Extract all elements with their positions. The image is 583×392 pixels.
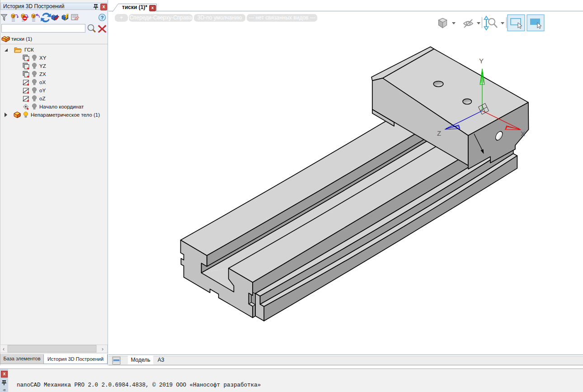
svg-text:›: ›	[102, 346, 103, 352]
svg-text:а: а	[2, 389, 6, 391]
svg-text:‹: ‹	[3, 346, 5, 352]
svg-text:X: X	[521, 130, 525, 137]
svg-text:Z: Z	[437, 129, 441, 137]
svg-text:Y: Y	[479, 57, 484, 65]
svg-text:?: ?	[101, 15, 104, 20]
